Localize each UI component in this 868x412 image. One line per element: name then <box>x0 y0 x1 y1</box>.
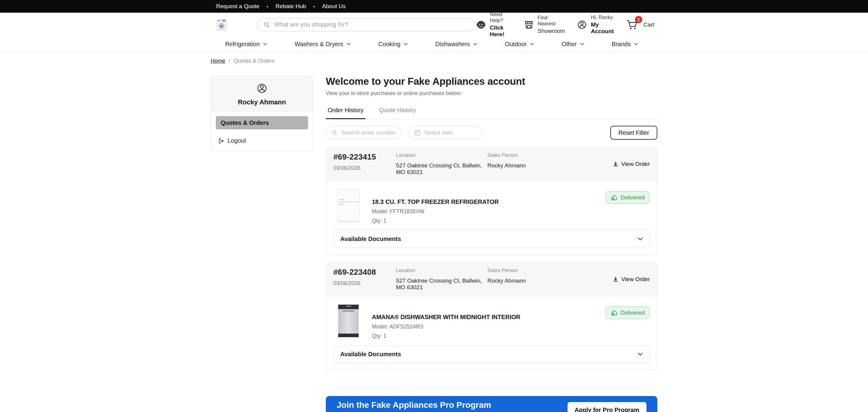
site-header: Need Help? Click Here! Find Nearest <box>0 13 868 36</box>
showroom-label: Showroom <box>538 28 565 34</box>
order-card: #69-223415 03/06/2026 Location 527 Oaktr… <box>326 147 657 255</box>
download-icon <box>613 161 618 167</box>
person-circle-icon <box>576 19 588 30</box>
nav-label: Dishwashers <box>435 41 470 48</box>
order-line-item: 18.3 CU. FT. TOP FREEZER REFRIGERATOR Mo… <box>326 181 657 230</box>
view-order-button[interactable]: View Order <box>613 161 650 167</box>
order-header: #69-223408 03/06/2026 Location 527 Oaktr… <box>326 263 657 296</box>
order-header: #69-223415 03/06/2026 Location 527 Oaktr… <box>326 148 657 181</box>
chevron-down-icon <box>634 43 638 46</box>
order-date: 03/06/2026 <box>333 165 396 171</box>
cart-icon <box>626 26 639 31</box>
product-image-dishwasher <box>333 303 364 339</box>
cart-button[interactable]: 1 Cart <box>626 19 654 30</box>
need-help-label: Need Help? <box>490 11 512 24</box>
nav-item-dishwashers[interactable]: Dishwashers <box>435 41 477 48</box>
breadcrumb: Home / Quotes & Orders <box>211 58 657 64</box>
nav-item-washers-dryers[interactable]: Washers & Dryers <box>295 41 351 48</box>
tab-quote-history[interactable]: Quote History <box>377 107 418 119</box>
sidebar-item-quotes-orders[interactable]: Quotes & Orders <box>216 116 308 129</box>
nav-label: Brands <box>612 41 631 48</box>
my-account-button[interactable]: Hi, Rocky My Account <box>576 14 615 35</box>
view-order-button[interactable]: View Order <box>613 276 650 283</box>
logout-icon <box>218 138 224 144</box>
nav-item-cooking[interactable]: Cooking <box>378 41 407 48</box>
nav-label: Refrigeration <box>225 41 260 48</box>
product-qty: Qty: 1 <box>372 218 499 224</box>
order-number-input[interactable] <box>341 129 396 136</box>
order-number: #69-223415 <box>333 152 396 161</box>
apply-pro-program-button[interactable]: Apply for Pro Program <box>567 402 647 412</box>
banner-title: Join the Fake Appliances Pro Program <box>337 400 555 410</box>
find-showroom-button[interactable]: Find Nearest Showroom <box>523 15 565 34</box>
nav-label: Other <box>561 41 577 48</box>
download-icon <box>613 276 618 282</box>
greeting-label: Hi, Rocky <box>591 14 615 21</box>
home-check-icon <box>611 310 618 316</box>
my-account-label: My Account <box>591 22 615 35</box>
available-documents-accordion[interactable]: Available Documents <box>333 230 650 248</box>
search-icon <box>332 130 338 136</box>
available-documents-label: Available Documents <box>340 236 401 242</box>
available-documents-accordion[interactable]: Available Documents <box>333 345 650 363</box>
location-label: Location <box>396 267 487 273</box>
order-card: #69-223408 03/06/2026 Location 527 Oaktr… <box>326 263 657 370</box>
page-title: Welcome to your Fake Appliances account <box>326 76 657 87</box>
search-input[interactable] <box>274 21 469 28</box>
calendar-icon <box>414 130 421 136</box>
product-qty: Qty: 1 <box>372 333 521 339</box>
product-title: AMANA® DISHWASHER WITH MIDNIGHT INTERIOR <box>372 314 521 321</box>
reset-filter-button[interactable]: Reset Filter <box>610 126 657 140</box>
storefront-icon <box>523 19 535 30</box>
account-holder-name: Rocky Ahmann <box>211 98 313 106</box>
chevron-down-icon <box>263 43 267 46</box>
order-date: 03/06/2026 <box>333 280 396 287</box>
home-check-icon <box>611 194 618 201</box>
sales-person-label: Sales Person <box>487 152 613 158</box>
location-value: 527 Oaktree Crossing Ct, Ballwin, MO 630… <box>396 162 487 176</box>
need-help-button[interactable]: Need Help? Click Here! <box>475 11 512 38</box>
order-number: #69-223408 <box>333 267 396 277</box>
nav-label: Cooking <box>378 41 400 48</box>
avatar-person-circle-icon <box>255 82 268 95</box>
nav-label: Washers & Dryers <box>295 41 344 48</box>
date-filter[interactable] <box>408 126 483 139</box>
chevron-down-icon <box>638 237 643 241</box>
sidebar-profile: Rocky Ahmann <box>211 76 313 112</box>
history-tabs: Order History Quote History <box>326 107 657 119</box>
site-search[interactable] <box>257 18 475 31</box>
tab-order-history[interactable]: Order History <box>326 107 365 119</box>
nav-item-brands[interactable]: Brands <box>612 41 638 48</box>
topbar-link-rebate-hub[interactable]: Rebate Hub <box>276 3 306 10</box>
cart-count-badge: 1 <box>635 16 642 23</box>
logout-button[interactable]: Logout <box>218 137 308 144</box>
breadcrumb-current: Quotes & Orders <box>234 58 275 64</box>
topbar-link-about-us[interactable]: About Us <box>322 3 346 10</box>
logout-label: Logout <box>227 137 246 144</box>
view-order-label: View Order <box>621 276 650 283</box>
product-image-refrigerator <box>333 187 364 224</box>
order-filters: Reset Filter <box>326 126 657 140</box>
chevron-down-icon <box>530 43 534 46</box>
washing-machine-logo-icon[interactable] <box>216 19 227 31</box>
nav-item-refrigeration[interactable]: Refrigeration <box>225 41 267 48</box>
breadcrumb-home-link[interactable]: Home <box>211 58 225 64</box>
breadcrumb-separator: / <box>229 58 230 64</box>
nav-label: Outdoor <box>505 41 527 48</box>
sales-person-value: Rocky Ahmann <box>487 162 613 169</box>
chevron-down-icon <box>473 43 477 46</box>
delivered-status-badge: Delivered <box>606 191 650 204</box>
delivered-label: Delivered <box>621 194 645 201</box>
date-input[interactable] <box>424 129 477 136</box>
nav-item-other[interactable]: Other <box>561 41 584 48</box>
page-subtitle: View your in-store purchases or online p… <box>326 90 657 96</box>
order-number-search[interactable] <box>326 126 401 139</box>
view-order-label: View Order <box>621 161 650 167</box>
nav-item-outdoor[interactable]: Outdoor <box>505 41 534 48</box>
chevron-down-icon <box>580 43 584 46</box>
topbar-link-request-quote[interactable]: Request a Quote <box>216 3 259 10</box>
search-icon <box>264 22 270 28</box>
order-line-item: AMANA® DISHWASHER WITH MIDNIGHT INTERIOR… <box>326 296 657 345</box>
product-model: Model: FFTR1835VW <box>372 208 499 215</box>
sales-person-label: Sales Person <box>487 267 613 273</box>
